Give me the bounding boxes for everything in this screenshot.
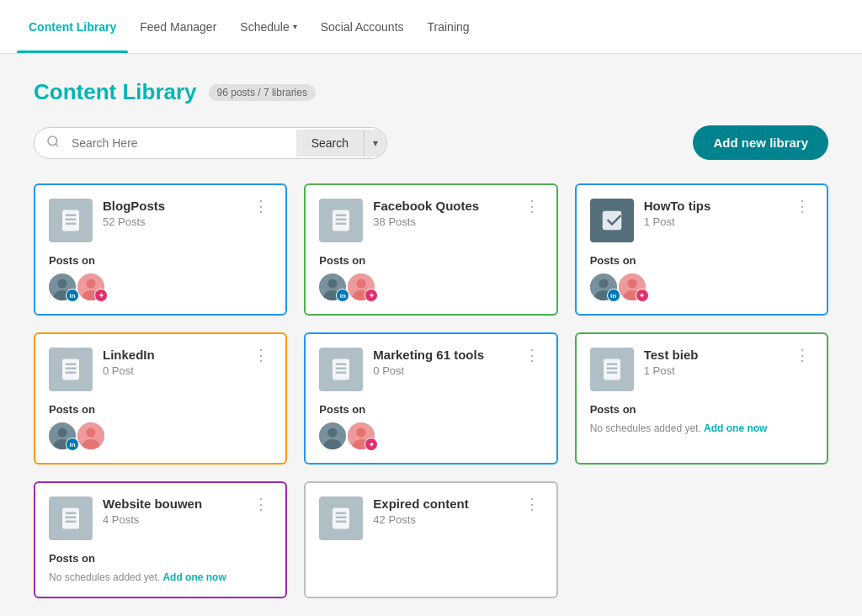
card-info: HowTo tips 1 Post xyxy=(644,199,791,228)
posts-on-label: Posts on xyxy=(590,254,813,267)
card-menu-icon[interactable]: ⋮ xyxy=(250,199,272,214)
library-card[interactable]: Expired content 42 Posts ⋮ xyxy=(304,481,557,598)
library-grid: BlogPosts 52 Posts ⋮ Posts on in ✦ Faceb… xyxy=(34,183,828,598)
page-title: Content Library xyxy=(34,79,197,105)
avatar-list: in ✦ xyxy=(49,273,272,300)
avatar: in xyxy=(319,273,346,300)
card-header: Facebook Quotes 38 Posts ⋮ xyxy=(319,199,542,242)
nav-feed-manager[interactable]: Feed Manager xyxy=(128,0,228,53)
card-menu-icon[interactable]: ⋮ xyxy=(250,348,272,363)
card-name: Facebook Quotes xyxy=(373,199,520,213)
nav-content-library[interactable]: Content Library xyxy=(17,0,128,53)
card-header: Website bouwen 4 Posts ⋮ xyxy=(49,497,272,540)
card-thumbnail xyxy=(49,497,93,540)
search-dropdown-button[interactable]: ▾ xyxy=(364,130,386,157)
card-info: Facebook Quotes 38 Posts xyxy=(373,199,520,228)
card-header: Test bieb 1 Post ⋮ xyxy=(590,348,813,391)
card-thumbnail xyxy=(590,348,634,391)
instagram-badge: ✦ xyxy=(636,289,649,302)
card-menu-icon[interactable]: ⋮ xyxy=(250,497,272,512)
card-thumbnail xyxy=(590,199,634,242)
library-card[interactable]: Facebook Quotes 38 Posts ⋮ Posts on in ✦ xyxy=(304,183,557,316)
card-header: Marketing 61 tools 0 Post ⋮ xyxy=(319,348,542,391)
schedule-chevron-icon: ▾ xyxy=(293,22,297,31)
card-menu-icon[interactable]: ⋮ xyxy=(791,199,813,214)
instagram-badge: ✦ xyxy=(364,438,378,451)
avatar: in xyxy=(590,273,617,300)
card-header: HowTo tips 1 Post ⋮ xyxy=(590,199,813,242)
avatar: ✦ xyxy=(348,422,375,449)
search-button[interactable]: Search xyxy=(296,130,364,157)
posts-on-label: Posts on xyxy=(49,254,272,267)
avatar xyxy=(77,422,104,449)
avatar: in xyxy=(49,422,76,449)
avatar xyxy=(319,422,346,449)
card-info: Website bouwen 4 Posts xyxy=(103,497,250,526)
add-library-button[interactable]: Add new library xyxy=(693,125,828,160)
svg-point-12 xyxy=(357,279,366,288)
card-info: Marketing 61 tools 0 Post xyxy=(373,348,520,377)
avatar: ✦ xyxy=(348,273,375,300)
nav-social-accounts[interactable]: Social Accounts xyxy=(309,0,416,53)
nav-training[interactable]: Training xyxy=(416,0,482,53)
svg-point-21 xyxy=(57,427,67,437)
card-post-count: 52 Posts xyxy=(103,215,250,228)
no-schedule-text: No schedules added yet. Add one now xyxy=(49,571,272,583)
library-card[interactable]: LinkedIn 0 Post ⋮ Posts on in xyxy=(34,332,287,465)
add-one-now-link[interactable]: Add one now xyxy=(162,571,226,583)
card-header: LinkedIn 0 Post ⋮ xyxy=(49,348,272,391)
avatar: ✦ xyxy=(77,273,104,300)
avatar-list: in ✦ xyxy=(590,273,813,300)
card-header: Expired content 42 Posts ⋮ xyxy=(319,497,542,540)
card-name: LinkedIn xyxy=(103,348,250,362)
library-card[interactable]: HowTo tips 1 Post ⋮ Posts on in ✦ xyxy=(575,183,828,316)
card-info: BlogPosts 52 Posts xyxy=(103,199,250,228)
card-menu-icon[interactable]: ⋮ xyxy=(791,348,813,363)
card-thumbnail xyxy=(319,199,363,242)
library-card[interactable]: BlogPosts 52 Posts ⋮ Posts on in ✦ xyxy=(34,183,287,316)
search-box: Search ▾ xyxy=(34,127,387,159)
svg-line-1 xyxy=(56,144,58,146)
card-name: BlogPosts xyxy=(103,199,250,213)
posts-on-label: Posts on xyxy=(49,552,272,565)
no-schedule-text: No schedules added yet. Add one now xyxy=(590,422,813,434)
card-name: HowTo tips xyxy=(644,199,791,213)
card-info: Expired content 42 Posts xyxy=(373,497,520,526)
main-content: Content Library 96 posts / 7 libraries S… xyxy=(0,54,862,616)
instagram-badge: ✦ xyxy=(94,289,108,302)
library-card[interactable]: Website bouwen 4 Posts ⋮ Posts on No sch… xyxy=(34,481,287,598)
search-icon xyxy=(35,128,68,158)
card-thumbnail xyxy=(319,497,363,540)
search-input[interactable] xyxy=(68,130,296,157)
card-name: Website bouwen xyxy=(103,497,250,511)
card-name: Marketing 61 tools xyxy=(373,348,520,362)
posts-on-label: Posts on xyxy=(590,403,813,416)
instagram-badge: ✦ xyxy=(364,289,378,302)
add-one-now-link[interactable]: Add one now xyxy=(704,422,767,434)
library-card[interactable]: Test bieb 1 Post ⋮ Posts on No schedules… xyxy=(575,332,828,465)
svg-point-30 xyxy=(357,427,366,437)
avatar: in xyxy=(49,273,76,300)
card-menu-icon[interactable]: ⋮ xyxy=(521,497,543,512)
posts-on-label: Posts on xyxy=(319,403,542,416)
search-btn-group: Search ▾ xyxy=(296,130,386,157)
card-thumbnail xyxy=(49,199,93,242)
card-post-count: 1 Post xyxy=(644,215,791,228)
post-count-badge: 96 posts / 7 libraries xyxy=(209,84,316,101)
nav-schedule[interactable]: Schedule ▾ xyxy=(228,0,308,53)
posts-on-label: Posts on xyxy=(319,254,542,267)
card-post-count: 0 Post xyxy=(103,364,250,377)
posts-on-label: Posts on xyxy=(49,403,272,416)
card-info: Test bieb 1 Post xyxy=(644,348,791,377)
library-card[interactable]: Marketing 61 tools 0 Post ⋮ Posts on ✦ xyxy=(304,332,557,465)
card-menu-icon[interactable]: ⋮ xyxy=(521,199,543,214)
card-post-count: 0 Post xyxy=(373,364,520,377)
svg-point-9 xyxy=(328,279,338,288)
avatar-list: ✦ xyxy=(319,422,542,449)
card-menu-icon[interactable]: ⋮ xyxy=(521,348,543,363)
svg-point-18 xyxy=(627,279,636,288)
card-header: BlogPosts 52 Posts ⋮ xyxy=(49,199,272,242)
card-post-count: 42 Posts xyxy=(373,513,520,526)
svg-point-27 xyxy=(328,427,338,437)
search-row: Search ▾ Add new library xyxy=(34,125,828,160)
